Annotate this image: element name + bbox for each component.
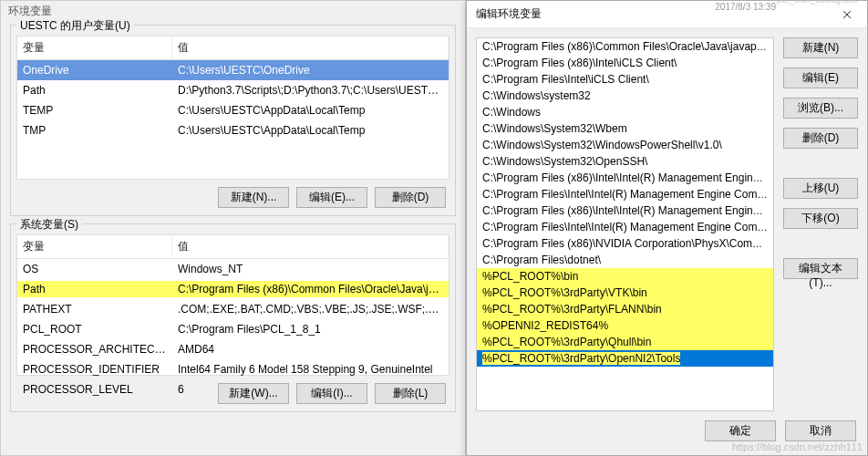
table-row[interactable]: OneDriveC:\Users\UESTC\OneDrive	[17, 60, 449, 80]
list-item[interactable]: %PCL_ROOT%\3rdParty\Qhull\bin	[477, 334, 773, 350]
var-value: AMD64	[172, 341, 449, 358]
var-value: Intel64 Family 6 Model 158 Stepping 9, G…	[172, 361, 449, 378]
list-item[interactable]: C:\Program Files (x86)\Intel\Intel(R) Ma…	[477, 170, 773, 186]
user-vars-table[interactable]: 变量 值 OneDriveC:\Users\UESTC\OneDrivePath…	[16, 36, 450, 180]
col-header-val[interactable]: 值	[172, 36, 449, 59]
item-text: %PCL_ROOT%\3rdParty\OpenNI2\Tools	[482, 352, 680, 365]
var-name: PCL_ROOT	[17, 321, 172, 337]
var-name: Path	[17, 281, 172, 297]
list-item[interactable]: C:\Program Files (x86)\Intel\iCLS Client…	[477, 55, 773, 71]
list-item[interactable]: C:\Windows\System32\WindowsPowerShell\v1…	[477, 137, 773, 153]
table-row[interactable]: PCL_ROOTC:\Program Files\PCL_1_8_1	[17, 319, 449, 339]
var-value: C:\Users\UESTC\AppData\Local\Temp	[172, 122, 449, 139]
table-row[interactable]: OSWindows_NT	[17, 259, 449, 279]
list-item[interactable]: C:\Windows\system32	[477, 88, 773, 104]
col-header-var[interactable]: 变量	[17, 235, 172, 258]
user-vars-group: UESTC 的用户变量(U) 变量 值 OneDriveC:\Users\UES…	[10, 25, 456, 216]
var-value: C:\Program Files (x86)\Common Files\Orac…	[172, 281, 449, 297]
delete-button[interactable]: 删除(D)	[783, 128, 858, 149]
var-value: D:\Python3.7\Scripts\;D:\Python3.7\;C:\U…	[172, 82, 449, 98]
list-item[interactable]: C:\Program Files\Intel\Intel(R) Manageme…	[477, 186, 773, 202]
var-value: C:\Users\UESTC\OneDrive	[172, 62, 449, 78]
new-button[interactable]: 新建(N)...	[218, 187, 289, 208]
item-text: C:\Program Files (x86)\Intel\Intel(R) Ma…	[482, 204, 773, 217]
edit-env-var-window: pcl_elch_debug.exe 编辑环境变量 2017/8/3 13:39…	[466, 0, 868, 456]
list-item[interactable]: %OPENNI2_REDIST64%	[477, 317, 773, 334]
col-header-var[interactable]: 变量	[17, 36, 172, 59]
move-down-button[interactable]: 下移(O)	[783, 208, 858, 229]
new-button[interactable]: 新建(W)...	[218, 383, 289, 404]
item-text: C:\Windows\System32\OpenSSH\	[482, 155, 647, 168]
item-text: C:\Program Files (x86)\Common Files\Orac…	[482, 40, 771, 53]
move-up-button[interactable]: 上移(U)	[783, 178, 858, 199]
list-item[interactable]: %PCL_ROOT%\3rdParty\FLANN\bin	[477, 301, 773, 317]
table-row[interactable]: TMPC:\Users\UESTC\AppData\Local\Temp	[17, 120, 449, 140]
var-name: TEMP	[17, 102, 172, 119]
new-button[interactable]: 新建(N)	[783, 37, 858, 58]
side-button-column: 新建(N)编辑(E)浏览(B)...删除(D)上移(U)下移(O)编辑文本(T)…	[783, 37, 858, 411]
close-button[interactable]	[826, 1, 867, 28]
var-name: TMP	[17, 122, 172, 139]
edit-button[interactable]: 编辑(E)...	[296, 187, 367, 208]
edit-button[interactable]: 编辑(E)	[783, 67, 858, 88]
list-item[interactable]: C:\Program Files (x86)\Common Files\Orac…	[477, 38, 773, 55]
table-row[interactable]: PathD:\Python3.7\Scripts\;D:\Python3.7\;…	[17, 80, 449, 100]
edit-button[interactable]: 编辑(I)...	[296, 383, 367, 404]
var-value: .COM;.EXE;.BAT;.CMD;.VBS;.VBE;.JS;.JSE;.…	[172, 301, 449, 317]
list-item[interactable]: C:\Program Files (x86)\NVIDIA Corporatio…	[477, 235, 773, 252]
table-row[interactable]: PathC:\Program Files (x86)\Common Files\…	[17, 279, 449, 299]
var-value: C:\Program Files\PCL_1_8_1	[172, 321, 449, 337]
delete-button[interactable]: 删除(L)	[375, 383, 446, 404]
table-row[interactable]: TEMPC:\Users\UESTC\AppData\Local\Temp	[17, 100, 449, 120]
list-item[interactable]: C:\Program Files\Intel\Intel(R) Manageme…	[477, 219, 773, 235]
dialog-title: 编辑环境变量	[476, 6, 542, 22]
item-text: C:\Program Files (x86)\Intel\iCLS Client…	[482, 57, 677, 69]
background-timestamp: 2017/8/3 13:39	[715, 2, 776, 12]
list-item[interactable]: C:\Program Files (x86)\Intel\Intel(R) Ma…	[477, 202, 773, 219]
item-text: C:\Program Files\Intel\iCLS Client\	[482, 73, 649, 86]
close-icon	[842, 10, 852, 19]
table-row[interactable]: PROCESSOR_IDENTIFIERIntel64 Family 6 Mod…	[17, 359, 449, 379]
system-vars-group: 系统变量(S) 变量 值 OSWindows_NTPathC:\Program …	[10, 223, 456, 412]
var-name: PROCESSOR_LEVEL	[17, 381, 172, 398]
item-text: C:\Program Files\Intel\Intel(R) Manageme…	[482, 221, 773, 233]
item-text: %PCL_ROOT%\3rdParty\VTK\bin	[482, 286, 647, 299]
list-item[interactable]: C:\Windows\System32\Wbem	[477, 120, 773, 137]
edit-text-button[interactable]: 编辑文本(T)...	[783, 258, 858, 279]
var-name: OS	[17, 261, 172, 277]
col-header-val[interactable]: 值	[172, 235, 449, 258]
list-item[interactable]: %PCL_ROOT%\3rdParty\VTK\bin	[477, 285, 773, 301]
user-button-row: 新建(N)...编辑(E)...删除(D)	[16, 180, 450, 210]
var-name: PROCESSOR_IDENTIFIER	[17, 361, 172, 378]
path-entries-list[interactable]: C:\Program Files (x86)\Common Files\Orac…	[476, 37, 774, 411]
list-item[interactable]: %PCL_ROOT%\3rdParty\OpenNI2\Tools	[477, 350, 773, 367]
list-item[interactable]: C:\Program Files\dotnet\	[477, 252, 773, 268]
var-name: PROCESSOR_ARCHITECT...	[17, 341, 172, 358]
item-text: C:\Program Files\dotnet\	[482, 254, 601, 266]
system-vars-table[interactable]: 变量 值 OSWindows_NTPathC:\Program Files (x…	[16, 234, 450, 376]
table-row[interactable]: PROCESSOR_ARCHITECT...AMD64	[17, 339, 449, 359]
ok-button[interactable]: 确定	[705, 420, 776, 441]
group-title-system: 系统变量(S)	[16, 217, 82, 233]
browse-button[interactable]: 浏览(B)...	[783, 98, 858, 119]
table-row[interactable]: PATHEXT.COM;.EXE;.BAT;.CMD;.VBS;.VBE;.JS…	[17, 299, 449, 319]
item-text: C:\Windows	[482, 106, 541, 119]
item-text: %PCL_ROOT%\3rdParty\Qhull\bin	[482, 336, 651, 348]
list-item[interactable]: %PCL_ROOT%\bin	[477, 268, 773, 285]
group-title-user: UESTC 的用户变量(U)	[16, 18, 134, 34]
var-name: Path	[17, 82, 172, 98]
item-text: %OPENNI2_REDIST64%	[482, 319, 608, 332]
delete-button[interactable]: 删除(D)	[375, 187, 446, 208]
var-name: PATHEXT	[17, 301, 172, 317]
list-item[interactable]: C:\Windows	[477, 104, 773, 120]
env-vars-window: 环境变量 UESTC 的用户变量(U) 变量 值 OneDriveC:\User…	[0, 0, 466, 456]
cancel-button[interactable]: 取消	[785, 420, 856, 441]
item-text: C:\Windows\System32\WindowsPowerShell\v1…	[482, 139, 722, 151]
item-text: C:\Program Files (x86)\Intel\Intel(R) Ma…	[482, 171, 773, 184]
list-item[interactable]: C:\Program Files\Intel\iCLS Client\	[477, 71, 773, 88]
item-text: %PCL_ROOT%\3rdParty\FLANN\bin	[482, 303, 662, 316]
item-text: C:\Windows\system32	[482, 89, 591, 102]
item-text: C:\Program Files\Intel\Intel(R) Manageme…	[482, 188, 773, 201]
var-name: OneDrive	[17, 62, 172, 78]
list-item[interactable]: C:\Windows\System32\OpenSSH\	[477, 153, 773, 170]
